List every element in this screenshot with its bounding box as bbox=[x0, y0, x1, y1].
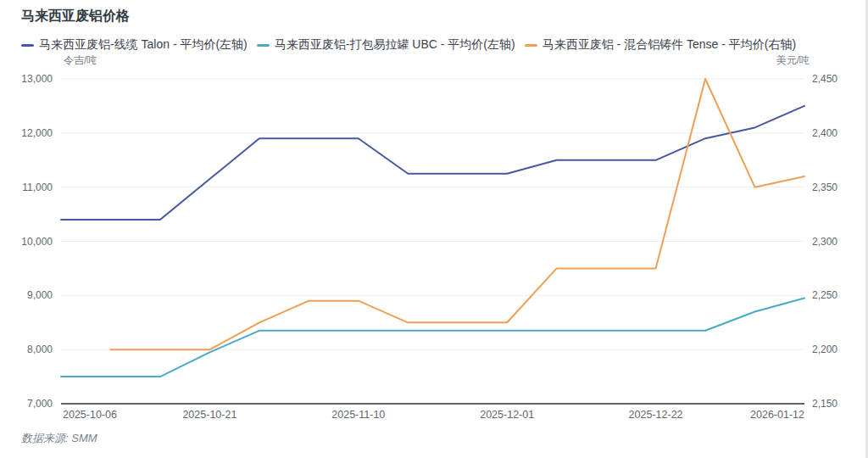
plot-area: 13,00012,00011,00010,0009,0008,0007,0002… bbox=[0, 0, 868, 458]
right-axis-tick-label: 2,150 bbox=[812, 398, 837, 410]
right-axis-tick-label: 2,250 bbox=[812, 289, 837, 301]
chart-page: 马来西亚废铝价格 马来西亚废铝-线缆 Talon - 平均价(左轴) 马来西亚废… bbox=[0, 0, 868, 458]
left-axis-tick-label: 10,000 bbox=[21, 236, 53, 248]
x-axis-tick-label: 2025-12-22 bbox=[629, 409, 683, 421]
right-axis-tick-label: 2,450 bbox=[812, 73, 837, 85]
x-axis-tick-label: 2025-11-10 bbox=[331, 409, 385, 421]
left-axis-tick-label: 12,000 bbox=[21, 127, 53, 139]
right-axis-tick-label: 2,350 bbox=[812, 182, 837, 193]
right-axis-tick-label: 2,200 bbox=[812, 344, 837, 355]
left-axis-tick-label: 11,000 bbox=[22, 182, 53, 193]
data-source: 数据来源: SMM bbox=[21, 431, 97, 446]
right-axis-tick-label: 2,400 bbox=[812, 127, 837, 139]
x-axis-tick-label: 2025-10-06 bbox=[63, 409, 117, 421]
series-line-2 bbox=[111, 79, 805, 349]
left-axis-tick-label: 8,000 bbox=[27, 344, 53, 355]
x-axis-tick-label: 2025-10-21 bbox=[182, 409, 236, 421]
x-axis-tick-label: 2026-01-12 bbox=[750, 409, 804, 421]
left-axis-tick-label: 7,000 bbox=[27, 398, 53, 410]
left-axis-tick-label: 9,000 bbox=[27, 289, 53, 301]
left-axis-tick-label: 13,000 bbox=[21, 73, 53, 85]
right-axis-tick-label: 2,300 bbox=[812, 236, 837, 248]
series-line-1 bbox=[61, 299, 804, 377]
x-axis-tick-label: 2025-12-01 bbox=[480, 409, 534, 421]
